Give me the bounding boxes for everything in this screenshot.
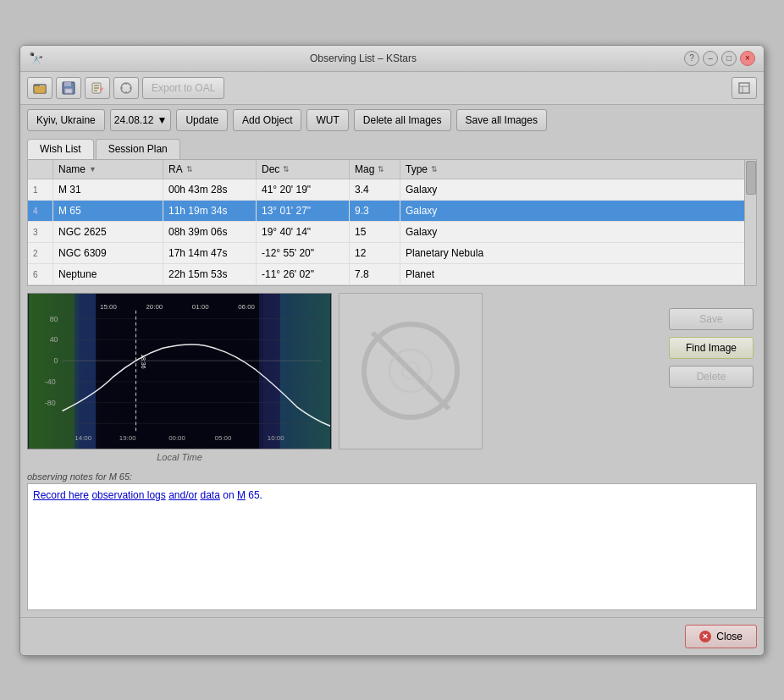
svg-text:40: 40 [50, 335, 58, 344]
svg-text:15:00: 15:00 [100, 302, 117, 310]
save-object-button[interactable]: Save [669, 308, 754, 330]
row-num: 6 [28, 264, 53, 284]
svg-text:10:00: 10:00 [268, 434, 284, 442]
svg-text:80: 80 [50, 314, 58, 322]
row-num: 3 [28, 222, 53, 242]
row-name: NGC 6309 [53, 243, 163, 263]
row-num: 4 [28, 201, 53, 221]
title-bar-left: 🔭 [29, 52, 42, 65]
table-row[interactable]: 2 NGC 6309 17h 14m 47s -12° 55' 20" 12 P… [28, 243, 756, 264]
col-name[interactable]: Name ▼ [53, 160, 163, 179]
row-type: Planet [400, 264, 756, 284]
toolbar: Export to OAL [20, 72, 764, 105]
table-row[interactable]: 4 M 65 11h 19m 34s 13° 01' 27" 9.3 Galax… [28, 201, 756, 222]
close-window-button[interactable]: × [740, 51, 755, 66]
table-row[interactable]: 6 Neptune 22h 15m 53s -11° 26' 02" 7.8 P… [28, 264, 756, 285]
row-type: Galaxy [400, 201, 756, 221]
row-name: Neptune [53, 264, 163, 284]
close-button[interactable]: ✕ Close [685, 625, 757, 648]
main-window: 🔭 Observing List – KStars ? – □ × Export… [19, 45, 765, 656]
save-all-images-button[interactable]: Save all Images [456, 109, 547, 131]
row-type: Planetary Nebula [400, 243, 756, 263]
row-dec: 13° 01' 27" [257, 201, 350, 221]
close-icon: ✕ [699, 631, 711, 642]
svg-text:0: 0 [54, 356, 58, 365]
edit-button[interactable] [85, 77, 110, 99]
add-object-button[interactable]: Add Object [233, 109, 301, 131]
col-mag[interactable]: Mag ⇅ [350, 160, 400, 179]
bottom-area: 80 40 0 -40 -80 15:00 20:00 01:00 06:00 … [20, 286, 764, 471]
row-num: 2 [28, 243, 53, 263]
row-mag: 9.3 [350, 201, 400, 221]
row-num: 1 [28, 179, 53, 200]
svg-text:05:00: 05:00 [215, 434, 232, 442]
help-button[interactable]: ? [684, 51, 699, 66]
svg-text:01:00: 01:00 [192, 302, 209, 310]
maximize-button[interactable]: □ [721, 51, 737, 66]
svg-text:-80: -80 [45, 398, 56, 406]
delete-all-images-button[interactable]: Delete all Images [354, 109, 451, 131]
row-dec: -11° 26' 02" [257, 264, 350, 284]
row-name: M 65 [53, 201, 163, 221]
sort-arrow-name: ▼ [89, 165, 97, 174]
col-type[interactable]: Type ⇅ [400, 160, 756, 179]
svg-text:19:00: 19:00 [119, 434, 136, 442]
find-image-button[interactable]: Find Image [669, 337, 754, 359]
row-mag: 7.8 [350, 264, 400, 284]
title-bar-title: Observing List – KStars [42, 52, 684, 64]
col-num [28, 160, 53, 179]
row-ra: 17h 14m 47s [163, 243, 257, 263]
city-button[interactable]: Kyiv, Ukraine [27, 109, 105, 131]
col-dec[interactable]: Dec ⇅ [257, 160, 350, 179]
delete-object-button[interactable]: Delete [669, 366, 754, 388]
side-buttons: Save Find Image Delete [489, 293, 757, 465]
row-mag: 15 [350, 222, 400, 242]
svg-rect-4 [65, 89, 72, 93]
row-type: Galaxy [400, 179, 756, 200]
table-body: 1 M 31 00h 43m 28s 41° 20' 19" 3.4 Galax… [28, 179, 756, 285]
notes-text-area[interactable]: Record here observation logs and/or data… [27, 483, 757, 610]
observation-logs-link[interactable]: observation logs [91, 489, 165, 501]
record-here-link[interactable]: Record here [33, 489, 89, 501]
object-image-box [339, 293, 483, 449]
sort-arrow-type: ⇅ [431, 165, 438, 174]
export-oal-button[interactable]: Export to OAL [142, 77, 224, 99]
sort-arrow-mag: ⇅ [378, 165, 384, 174]
row-ra: 22h 15m 53s [163, 264, 257, 284]
svg-rect-3 [64, 82, 71, 86]
and-or-link[interactable]: and/or [168, 489, 197, 501]
svg-rect-22 [280, 294, 330, 449]
title-bar-buttons: ? – □ × [684, 51, 755, 66]
table-header: Name ▼ RA ⇅ Dec ⇅ Mag ⇅ Type ⇅ [28, 160, 756, 179]
row-mag: 12 [350, 243, 400, 263]
data-link[interactable]: data [201, 489, 220, 501]
tab-session-plan[interactable]: Session Plan [96, 139, 180, 159]
m-link[interactable]: M [237, 489, 246, 501]
row-name: M 31 [53, 179, 163, 200]
chart-time-label: Local Time [27, 449, 332, 465]
open-button[interactable] [27, 77, 52, 99]
table-row[interactable]: 3 NGC 2625 08h 39m 06s 19° 40' 14" 15 Ga… [28, 222, 756, 243]
save-button[interactable] [56, 77, 81, 99]
svg-text:-40: -40 [45, 377, 56, 385]
object-image-area [339, 293, 483, 465]
wut-button[interactable]: WUT [306, 109, 348, 131]
table-scrollbar[interactable] [744, 160, 756, 285]
row-name: NGC 2625 [53, 222, 163, 242]
resize-button[interactable] [732, 77, 757, 99]
chart-box: 80 40 0 -40 -80 15:00 20:00 01:00 06:00 … [27, 293, 332, 449]
scrollbar-thumb[interactable] [746, 161, 756, 195]
minimize-button[interactable]: – [703, 51, 718, 66]
svg-rect-14 [739, 83, 749, 93]
date-selector[interactable]: 24.08.12 ▼ [110, 109, 172, 131]
notes-container: Record here observation logs and/or data… [27, 483, 757, 610]
table-row[interactable]: 1 M 31 00h 43m 28s 41° 20' 19" 3.4 Galax… [28, 179, 756, 201]
title-bar: 🔭 Observing List – KStars ? – □ × [20, 46, 764, 72]
no-image-icon [360, 320, 461, 422]
col-ra[interactable]: RA ⇅ [163, 160, 257, 179]
tab-wish-list[interactable]: Wish List [27, 139, 94, 159]
update-button[interactable]: Update [176, 109, 228, 131]
svg-text:00:00: 00:00 [168, 434, 185, 442]
eyepiece-button[interactable] [113, 77, 139, 99]
row-mag: 3.4 [350, 179, 400, 200]
